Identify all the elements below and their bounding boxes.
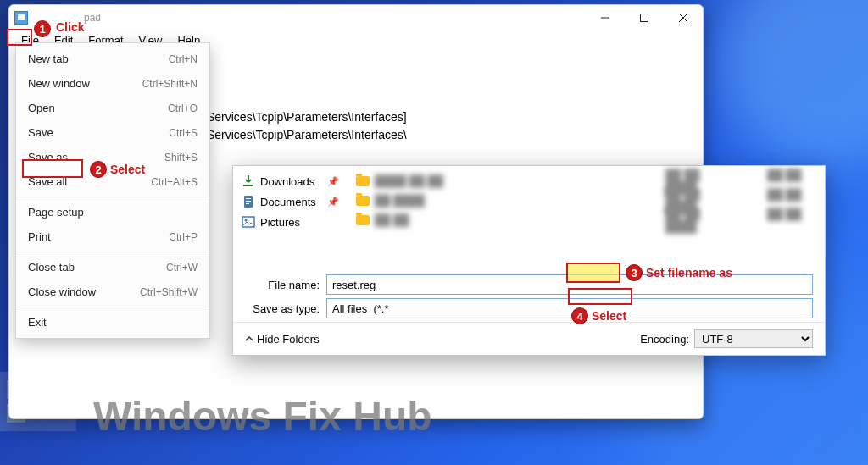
titlebar: pad bbox=[9, 5, 703, 30]
menu-item-exit[interactable]: Exit bbox=[16, 310, 209, 335]
encoding-label: Encoding: bbox=[640, 333, 689, 346]
minimize-button[interactable] bbox=[586, 5, 625, 30]
svg-rect-9 bbox=[242, 217, 254, 227]
close-button[interactable] bbox=[664, 5, 703, 30]
dialog-fields: File name: Save as type: bbox=[233, 268, 825, 322]
annotation-highlight-file bbox=[7, 29, 32, 46]
sidebar-label: Downloads bbox=[260, 175, 314, 188]
file-menu-dropdown: New tabCtrl+NNew windowCtrl+Shift+NOpenC… bbox=[15, 42, 210, 339]
sidebar-label: Documents bbox=[260, 196, 316, 208]
chevron-up-icon bbox=[245, 335, 253, 343]
sidebar-item-documents[interactable]: Documents📌 bbox=[236, 191, 344, 212]
menu-item-close-window[interactable]: Close windowCtrl+Shift+W bbox=[16, 280, 209, 304]
dialog-sidebar: Downloads📌 Documents📌 Pictures bbox=[233, 166, 348, 268]
svg-rect-6 bbox=[246, 198, 251, 199]
folder-icon bbox=[356, 196, 370, 206]
annotation-badge-1: 1 bbox=[34, 20, 51, 37]
menu-item-save[interactable]: SaveCtrl+S bbox=[16, 120, 209, 145]
svg-rect-7 bbox=[246, 201, 251, 202]
svg-rect-8 bbox=[246, 203, 249, 204]
menu-item-open[interactable]: OpenCtrl+O bbox=[16, 96, 209, 120]
document-icon bbox=[242, 195, 255, 208]
annotation-highlight-saveas bbox=[22, 159, 83, 178]
dialog-file-list[interactable]: ████ ██ ██ ██ ██ ██████ ██ ██ ████ ██ ██… bbox=[348, 166, 825, 268]
folder-icon bbox=[356, 215, 370, 225]
save-type-label: Save as type: bbox=[233, 302, 326, 315]
svg-rect-1 bbox=[641, 14, 648, 22]
annotation-text-1: Click bbox=[56, 20, 84, 34]
svg-point-10 bbox=[245, 219, 248, 222]
annotation-text-4: Select bbox=[592, 309, 626, 323]
save-as-dialog: Downloads📌 Documents📌 Pictures ████ ██ █… bbox=[232, 165, 826, 356]
picture-icon bbox=[242, 215, 255, 229]
menu-item-new-tab[interactable]: New tabCtrl+N bbox=[16, 47, 209, 71]
watermark: Windows Fix Hub bbox=[93, 393, 432, 440]
annotation-text-2: Select bbox=[110, 163, 145, 176]
annotation-badge-3: 3 bbox=[626, 264, 643, 281]
dialog-footer: Hide Folders Encoding: UTF-8 bbox=[233, 322, 825, 355]
maximize-button[interactable] bbox=[625, 5, 664, 30]
annotation-badge-2: 2 bbox=[90, 161, 107, 178]
sidebar-label: Pictures bbox=[260, 216, 300, 229]
menu-item-page-setup[interactable]: Page setup bbox=[16, 200, 209, 224]
pin-icon: 📌 bbox=[327, 197, 339, 208]
download-icon bbox=[242, 174, 255, 188]
notepad-icon bbox=[14, 11, 28, 25]
list-item[interactable]: ██ ██ ██ ██ ██████ ██ bbox=[356, 210, 816, 230]
menu-item-new-window[interactable]: New windowCtrl+Shift+N bbox=[16, 71, 209, 96]
pin-icon: 📌 bbox=[327, 176, 339, 187]
annotation-text-3: Set filename as bbox=[646, 266, 732, 280]
annotation-highlight-filename bbox=[568, 264, 619, 281]
menu-item-print[interactable]: PrintCtrl+P bbox=[16, 224, 209, 249]
folder-icon bbox=[356, 176, 370, 186]
annotation-badge-4: 4 bbox=[571, 307, 588, 324]
menu-item-close-tab[interactable]: Close tabCtrl+W bbox=[16, 255, 209, 280]
annotation-highlight-filetype bbox=[568, 288, 632, 305]
hide-folders-button[interactable]: Hide Folders bbox=[245, 333, 320, 346]
sidebar-item-pictures[interactable]: Pictures bbox=[236, 212, 344, 232]
file-name-label: File name: bbox=[233, 279, 326, 291]
encoding-select[interactable]: UTF-8 bbox=[694, 329, 813, 348]
sidebar-item-downloads[interactable]: Downloads📌 bbox=[236, 171, 344, 191]
